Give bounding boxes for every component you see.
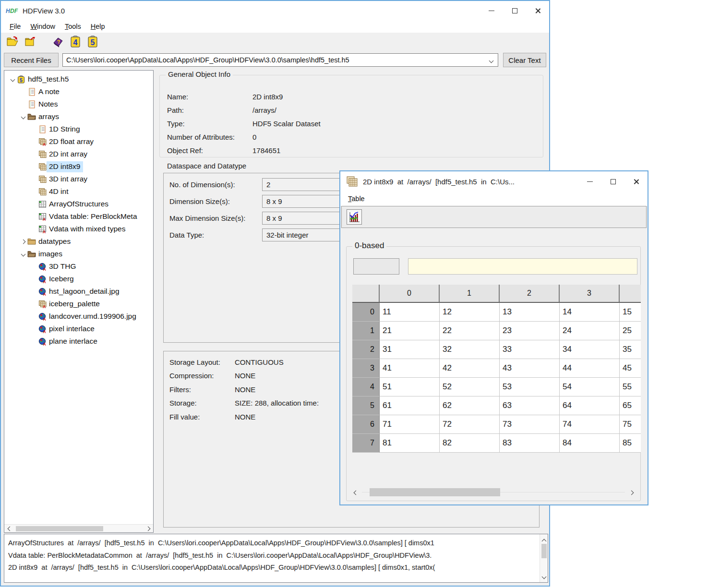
table-cell[interactable]: 45 <box>620 359 641 378</box>
table-close-button[interactable] <box>624 171 648 192</box>
cell-value-input[interactable] <box>408 258 637 275</box>
table-cell[interactable]: 72 <box>440 415 500 434</box>
table-cell[interactable]: 22 <box>440 322 500 340</box>
scroll-left-icon[interactable] <box>351 491 360 494</box>
table-cell[interactable]: 14 <box>560 303 620 322</box>
open-file-icon[interactable] <box>5 35 21 49</box>
cell-reference-input[interactable] <box>353 258 399 275</box>
table-cell[interactable]: 61 <box>380 396 440 415</box>
column-header-3[interactable]: 3 <box>560 285 620 302</box>
table-cell[interactable]: 41 <box>380 359 440 378</box>
table-cell[interactable]: 42 <box>440 359 500 378</box>
menu-file[interactable]: File <box>5 22 25 31</box>
table-cell[interactable]: 43 <box>500 359 560 378</box>
table-cell[interactable]: 32 <box>440 340 500 359</box>
tree-item-iceberg[interactable]: AIceberg <box>4 273 153 285</box>
tree-item-3d-thg[interactable]: A3D THG <box>4 260 153 273</box>
table-cell[interactable]: 33 <box>500 340 560 359</box>
table-cell[interactable]: 84 <box>560 434 620 453</box>
tree-item-vdata-table-perblockmeta[interactable]: AVdata table: PerBlockMeta <box>4 210 153 223</box>
recent-files-button[interactable]: Recent Files <box>4 53 59 67</box>
tree-item-hdf5-test-h5[interactable]: 5hdf5_test.h5 <box>4 73 153 85</box>
tree-item-2d-int8x9[interactable]: 2D int8x9 <box>4 160 153 173</box>
tree-scrollbar-thumb[interactable] <box>16 526 103 531</box>
table-cell[interactable]: 23 <box>500 322 560 340</box>
chevron-down-icon[interactable] <box>8 78 17 81</box>
column-header-1[interactable]: 1 <box>440 285 500 302</box>
table-cell[interactable]: 83 <box>500 434 560 453</box>
grid-corner-cell[interactable] <box>352 285 380 302</box>
row-header-6[interactable]: 6 <box>352 415 380 434</box>
tree-item-hst-lagoon-detail-jpg[interactable]: Ahst_lagoon_detail.jpg <box>4 285 153 298</box>
help-book-icon[interactable]: ? <box>50 35 66 49</box>
table-cell[interactable]: 51 <box>380 378 440 396</box>
tree-item-arrays[interactable]: arrays <box>4 110 153 123</box>
open-chart-button[interactable] <box>347 209 362 225</box>
table-cell[interactable]: 44 <box>560 359 620 378</box>
table-cell[interactable]: 35 <box>620 340 641 359</box>
row-header-0[interactable]: 0 <box>352 303 380 322</box>
tree-item-images[interactable]: images <box>4 248 153 260</box>
tree-item-landcover-umd-199906-jpg[interactable]: Alandcover.umd.199906.jpg <box>4 310 153 323</box>
tree-item-2d-int-array[interactable]: 2D int array <box>4 148 153 160</box>
file-path-combobox[interactable]: C:\Users\lori.cooper\AppData\Local\Apps\… <box>62 53 498 67</box>
table-cell[interactable]: 81 <box>380 434 440 453</box>
scroll-right-icon[interactable] <box>627 491 636 494</box>
tree-item-a-note[interactable]: A note <box>4 85 153 98</box>
menu-help[interactable]: Help <box>86 22 110 31</box>
chevron-down-icon[interactable] <box>19 115 27 119</box>
scroll-right-icon[interactable] <box>144 527 152 530</box>
table-cell[interactable]: 73 <box>500 415 560 434</box>
close-button[interactable] <box>526 1 549 20</box>
table-cell[interactable]: 62 <box>440 396 500 415</box>
table-cell[interactable]: 53 <box>500 378 560 396</box>
table-cell[interactable]: 15 <box>620 303 641 322</box>
table-cell[interactable]: 63 <box>500 396 560 415</box>
table-cell[interactable]: 34 <box>560 340 620 359</box>
table-cell[interactable]: 25 <box>620 322 641 340</box>
table-cell[interactable]: 85 <box>620 434 641 453</box>
row-header-7[interactable]: 7 <box>352 434 380 453</box>
tree-item-datatypes[interactable]: datatypes <box>4 235 153 248</box>
table-cell[interactable]: 24 <box>560 322 620 340</box>
table-cell[interactable]: 31 <box>380 340 440 359</box>
tree-item-iceberg-palette[interactable]: Aiceberg_palette <box>4 298 153 310</box>
log-scrollbar-thumb[interactable] <box>541 544 547 558</box>
scroll-left-icon[interactable] <box>5 527 14 530</box>
table-maximize-button[interactable] <box>601 171 624 192</box>
row-header-2[interactable]: 2 <box>352 340 380 359</box>
chevron-down-icon[interactable] <box>489 59 494 63</box>
tree-item-arrayofstructures[interactable]: ArrayOfStructures <box>4 198 153 210</box>
row-header-4[interactable]: 4 <box>352 378 380 396</box>
column-header-2[interactable]: 2 <box>500 285 560 302</box>
table-cell[interactable]: 12 <box>440 303 500 322</box>
table-cell[interactable]: 55 <box>620 378 641 396</box>
menu-tools[interactable]: Tools <box>60 22 86 31</box>
minimize-button[interactable] <box>480 1 503 20</box>
row-header-5[interactable]: 5 <box>352 396 380 415</box>
table-cell[interactable]: 74 <box>560 415 620 434</box>
menu-window[interactable]: Window <box>25 22 60 31</box>
menu-table[interactable]: Table <box>343 194 370 204</box>
table-cell[interactable]: 65 <box>620 396 641 415</box>
tree-item-pixel-interlace[interactable]: Apixel interlace <box>4 323 153 335</box>
tree-horizontal-scrollbar[interactable] <box>4 524 153 532</box>
tree-item-vdata-with-mixed-types[interactable]: AVdata with mixed types <box>4 223 153 235</box>
tree-item-1d-string[interactable]: 1D String <box>4 123 153 135</box>
table-cell[interactable]: 64 <box>560 396 620 415</box>
column-header-clipped[interactable] <box>620 285 641 302</box>
table-minimize-button[interactable] <box>578 171 601 192</box>
maximize-button[interactable] <box>503 1 526 20</box>
tree-item-3d-int-array[interactable]: 3D int array <box>4 173 153 185</box>
scroll-down-icon[interactable] <box>542 572 546 580</box>
row-header-1[interactable]: 1 <box>352 322 380 340</box>
table-cell[interactable]: 75 <box>620 415 641 434</box>
hdf4-icon[interactable]: 4 <box>67 35 84 49</box>
table-cell[interactable]: 13 <box>500 303 560 322</box>
hdf5-icon[interactable]: 5 <box>84 35 101 49</box>
row-header-3[interactable]: 3 <box>352 359 380 378</box>
table-cell[interactable]: 71 <box>380 415 440 434</box>
table-scrollbar-thumb[interactable] <box>370 488 500 496</box>
clear-text-button[interactable]: Clear Text <box>503 53 546 67</box>
log-vertical-scrollbar[interactable] <box>540 534 548 582</box>
